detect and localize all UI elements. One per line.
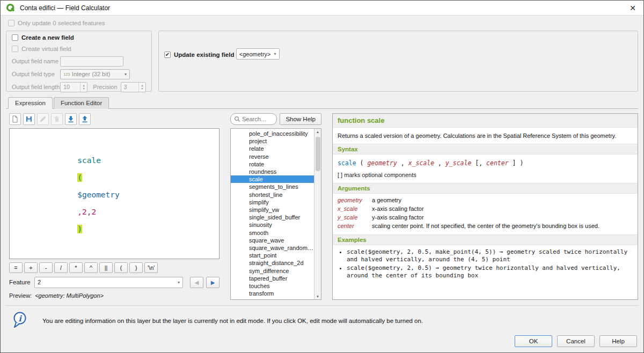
function-name: project xyxy=(249,138,267,144)
output-field-length-spinner[interactable]: 10 ▲ ▼ xyxy=(60,82,87,92)
function-list-item[interactable]: single_sided_buffer xyxy=(231,214,314,221)
function-list-item[interactable]: sym_difference xyxy=(231,267,314,275)
help-syntax-line: scale ( geometry , x_scale , y_scale xyxy=(333,155,638,172)
feature-select[interactable]: 2 ▾ xyxy=(34,277,183,288)
syntax-token: x_scale xyxy=(408,159,434,167)
create-new-field-checkbox[interactable]: Create a new field xyxy=(12,34,74,41)
save-expression-button[interactable] xyxy=(23,113,35,125)
function-list-scrollbar[interactable]: ▲ ▼ xyxy=(314,129,321,299)
scrollbar-thumb[interactable] xyxy=(316,137,320,171)
function-name: sinuosity xyxy=(249,222,272,228)
function-list-item[interactable]: pole_of_inaccessibility xyxy=(231,130,314,137)
argument-description: y-axis scaling factor xyxy=(372,214,633,220)
operator-button[interactable]: ^ xyxy=(84,262,98,273)
function-list-item[interactable]: simplify xyxy=(231,198,314,206)
function-list-panel: Show Help pole_of_inaccessibility projec… xyxy=(230,113,321,300)
tabbar: Expression Function Editor xyxy=(6,97,638,109)
existing-field-value: <geometry> xyxy=(239,51,271,57)
function-name: roundness xyxy=(249,168,276,175)
function-list-item[interactable]: straight_distance_2d xyxy=(231,259,314,267)
output-field-name-label: Output field name xyxy=(12,58,60,64)
function-list-item[interactable]: segments_to_lines xyxy=(231,183,314,190)
edit-mode-message: You are editing information on this laye… xyxy=(42,318,423,324)
function-list-item[interactable]: square_wave_random… xyxy=(231,244,314,252)
function-name: pole_of_inaccessibility xyxy=(249,130,308,137)
checkbox-box xyxy=(12,46,18,52)
feature-label: Feature xyxy=(9,279,32,285)
function-list-item[interactable]: touches xyxy=(231,282,314,290)
feature-row: Feature 2 ▾ ◀ ▶ xyxy=(9,276,219,288)
expression-token: $geometry xyxy=(77,190,120,199)
function-name: simplify xyxy=(249,199,269,205)
window-title: Conta edifici — Field Calculator xyxy=(20,4,110,12)
operator-button[interactable]: - xyxy=(39,262,53,273)
create-virtual-field-checkbox[interactable]: Create virtual field xyxy=(12,46,71,52)
spinner-buttons[interactable]: ▲ ▼ xyxy=(80,83,87,92)
expression-code-editor[interactable]: scale ( $geometry ,2,2 ) xyxy=(9,128,219,259)
ok-button[interactable]: OK xyxy=(515,335,552,347)
remove-expression-button[interactable] xyxy=(51,113,63,125)
argument-name: x_scale xyxy=(338,205,372,212)
operator-button[interactable]: / xyxy=(54,262,68,273)
create-new-field-label: Create a new field xyxy=(21,34,74,41)
function-list-item[interactable]: simplify_vw xyxy=(231,206,314,214)
help-button[interactable]: Help xyxy=(599,335,637,347)
function-name: segments_to_lines xyxy=(249,183,298,190)
operator-button[interactable]: = xyxy=(9,262,23,273)
existing-field-select[interactable]: <geometry> ▾ xyxy=(236,48,280,60)
function-list-item[interactable]: sinuosity xyxy=(231,221,314,229)
function-list-item[interactable]: start_point xyxy=(231,252,314,259)
scroll-up-icon[interactable]: ▲ xyxy=(316,129,319,135)
function-list-item[interactable]: tapered_buffer xyxy=(231,275,314,282)
function-list-item[interactable]: reverse xyxy=(231,153,314,160)
function-name: square_wave xyxy=(249,237,284,244)
only-update-selected-checkbox[interactable]: Only update 0 selected features xyxy=(8,20,638,26)
function-name: tapered_buffer xyxy=(249,275,287,282)
chevron-down-icon: ▾ xyxy=(271,52,276,56)
function-list-item[interactable]: roundness xyxy=(231,168,314,175)
function-list-item[interactable]: shortest_line xyxy=(231,191,314,198)
tab-function-editor[interactable]: Function Editor xyxy=(54,97,109,109)
import-expressions-button[interactable] xyxy=(65,113,77,125)
new-expression-button[interactable] xyxy=(9,113,21,125)
operator-button[interactable]: '\n' xyxy=(144,262,158,273)
tab-expression[interactable]: Expression xyxy=(8,97,53,109)
show-help-button[interactable]: Show Help xyxy=(280,113,321,125)
output-field-type-select[interactable]: 123 Integer (32 bit) ▾ xyxy=(60,69,130,79)
scroll-down-icon[interactable]: ▼ xyxy=(316,293,319,299)
function-list-item[interactable]: square_wave xyxy=(231,237,314,244)
precision-spinner[interactable]: 3 ▲ ▼ xyxy=(121,82,146,92)
help-examples: scale($geometry, 2, 0.5, make_point(4, 5… xyxy=(333,248,638,286)
chevron-down-icon: ▾ xyxy=(121,72,127,77)
operator-button[interactable]: ( xyxy=(114,262,128,273)
function-list-item[interactable]: project xyxy=(231,137,314,145)
cancel-button[interactable]: Cancel xyxy=(557,335,595,347)
function-list-item[interactable]: scale xyxy=(231,175,314,183)
info-icon: i xyxy=(12,311,27,330)
checkbox-box xyxy=(8,20,14,26)
function-list-item[interactable]: smooth xyxy=(231,229,314,237)
operator-button[interactable]: * xyxy=(69,262,83,273)
output-field-name-input[interactable] xyxy=(60,56,123,67)
function-name: sym_difference xyxy=(249,268,289,274)
function-list-item[interactable]: rotate xyxy=(231,160,314,168)
update-existing-field-checkbox[interactable]: ✔ Update existing field xyxy=(164,52,234,58)
function-list-item[interactable]: transform xyxy=(231,290,314,297)
update-existing-field-label: Update existing field xyxy=(174,52,234,58)
operator-button[interactable]: || xyxy=(99,262,113,273)
edit-expression-button[interactable] xyxy=(37,113,49,125)
help-description: Returns a scaled version of a geometry. … xyxy=(333,128,638,144)
argument-name: center xyxy=(338,223,372,229)
spinner-buttons[interactable]: ▲ ▼ xyxy=(138,83,145,92)
next-feature-button[interactable]: ▶ xyxy=(206,277,219,288)
function-list-item[interactable]: relate xyxy=(231,145,314,152)
previous-feature-button[interactable]: ◀ xyxy=(190,277,203,288)
operator-button[interactable]: + xyxy=(24,262,38,273)
help-title: function scale xyxy=(333,114,638,128)
close-icon[interactable]: ✕ xyxy=(627,4,638,12)
syntax-token: y_scale xyxy=(445,159,471,167)
operator-button[interactable]: ) xyxy=(129,262,143,273)
export-expressions-button[interactable] xyxy=(79,113,91,125)
search-box[interactable] xyxy=(230,113,277,125)
search-input[interactable] xyxy=(242,116,274,122)
